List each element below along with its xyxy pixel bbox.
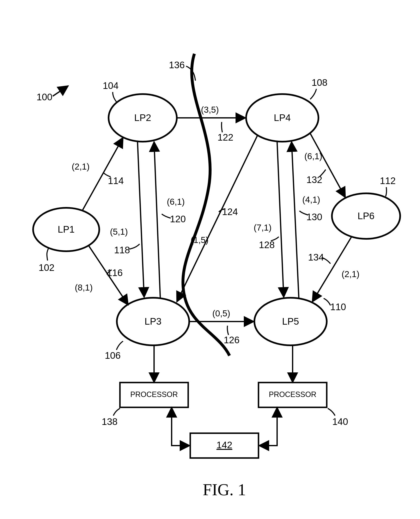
edge-lp3-lp2: (6,1) 120 [154, 142, 186, 298]
edge-lp4-lp5: (7,1) 128 [254, 142, 284, 297]
edge-122-ref: 122 [218, 132, 233, 143]
edge-120-ref: 120 [170, 214, 186, 224]
edge-126-label: (0,5) [212, 309, 230, 318]
edge-lp4-lp3: (1,5) 124 [177, 135, 257, 302]
diagram-canvas: 100 136 LP1 102 LP2 104 LP3 106 LP4 108 [0, 0, 420, 519]
node-lp4: LP4 108 [246, 77, 327, 142]
processor-138-ref: 138 [102, 416, 118, 427]
node-lp1-label: LP1 [58, 224, 75, 235]
system-ref-label: 100 [37, 92, 52, 102]
node-lp2: LP2 104 [103, 80, 177, 142]
edge-lp1-lp2: (2,1) 114 [72, 138, 124, 210]
edge-132-label: (6,1) [304, 151, 322, 161]
node-lp2-label: LP2 [134, 112, 151, 123]
edge-116-label: (8,1) [75, 283, 93, 292]
node-lp3: LP3 106 [105, 298, 189, 361]
system-ref: 100 [37, 86, 68, 102]
edge-130-ref: 130 [307, 212, 322, 222]
node-lp4-ref: 108 [312, 77, 328, 88]
box-142-ref: 142 [217, 440, 232, 450]
node-lp4-label: LP4 [274, 112, 291, 123]
edge-lp2-lp4: (3,5) 122 [177, 105, 246, 143]
svg-line-8 [137, 142, 144, 297]
node-lp6-label: LP6 [358, 210, 375, 221]
edge-118-ref: 118 [114, 245, 130, 255]
svg-line-11 [177, 135, 257, 302]
processor-140-label: PROCESSOR [269, 390, 316, 399]
svg-line-6 [83, 138, 123, 210]
edge-lp4-lp6: (6,1) 132 [304, 133, 345, 198]
node-lp1: LP1 102 [33, 208, 99, 273]
edge-lp6-lp5: (2,1) 134 [308, 237, 360, 302]
node-lp6-ref: 112 [380, 175, 396, 186]
edge-128-label: (7,1) [254, 223, 271, 232]
edge-124-ref: 124 [222, 206, 238, 217]
node-lp3-label: LP3 [144, 316, 162, 327]
svg-line-13 [277, 142, 284, 297]
node-lp1-ref: 102 [39, 262, 55, 273]
edge-122-label: (3,5) [201, 105, 219, 115]
edge-128-ref: 128 [259, 239, 275, 250]
processor-138-label: PROCESSOR [130, 390, 178, 399]
edge-120-label: (6,1) [167, 197, 185, 207]
svg-line-15 [310, 133, 345, 198]
edge-lp3-lp5: (0,5) 126 [189, 309, 254, 345]
edge-130-label: (4,1) [302, 195, 320, 205]
node-lp5-label: LP5 [282, 316, 299, 327]
edge-126-ref: 126 [224, 334, 240, 345]
svg-line-14 [292, 142, 299, 298]
node-lp6: LP6 112 [332, 175, 400, 239]
processor-140-ref: 140 [332, 416, 348, 427]
figure-title: FIG. 1 [203, 481, 246, 499]
edge-114-label: (2,1) [72, 162, 90, 171]
box-142: 142 [172, 407, 277, 458]
edge-118-label: (5,1) [110, 227, 128, 237]
edge-134-ref: 134 [308, 252, 324, 263]
edge-lp5-lp4: (4,1) 130 [292, 142, 322, 298]
node-lp3-ref: 106 [105, 350, 121, 361]
edge-124-label: (1,5) [191, 235, 209, 245]
boundary-ref: 136 [169, 59, 185, 70]
node-lp5: LP5 110 [254, 298, 346, 345]
edge-134-label: (2,1) [342, 269, 360, 279]
node-lp5-ref: 110 [330, 302, 346, 312]
node-lp2-ref: 104 [103, 80, 119, 91]
svg-line-9 [154, 142, 160, 298]
edge-116-ref: 116 [107, 267, 123, 278]
processor-140: PROCESSOR 140 [258, 345, 348, 427]
